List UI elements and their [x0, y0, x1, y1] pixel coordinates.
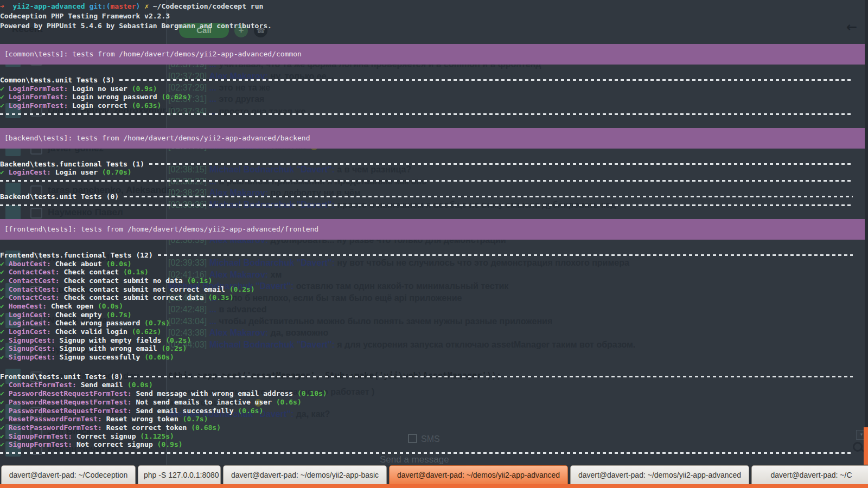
- test-class: SignupCest:: [4, 353, 55, 361]
- test-name: Check about: [51, 260, 106, 268]
- test-class: ContactFormTest:: [4, 381, 76, 389]
- test-class: SignupFormTest:: [4, 440, 72, 448]
- check-icon: ✔: [0, 389, 4, 397]
- test-name: Check empty: [51, 311, 106, 319]
- test-class: ContactCest:: [4, 285, 60, 293]
- test-time: (0.70s): [102, 168, 132, 176]
- check-icon: ✔: [0, 423, 4, 432]
- test-name: Not correct signup: [72, 440, 157, 448]
- test-name: Check wrong password: [51, 319, 144, 327]
- check-icon: ✔: [0, 415, 4, 423]
- test-time: (0.2s): [161, 344, 187, 352]
- terminal-window[interactable]: ➜ yii2-app-advanced git:(master) ✗ ~/Cod…: [0, 0, 868, 466]
- test-time: (0.2s): [229, 285, 255, 293]
- test-time: (0.63s): [132, 101, 162, 110]
- test-time: (0.1s): [187, 277, 212, 285]
- test-time: (0.62s): [161, 93, 191, 101]
- test-class: SignupFormTest:: [4, 432, 72, 440]
- test-result-row: ✔ PasswordResetRequestFormTest: Not send…: [0, 398, 868, 407]
- test-result-row: ✔ ResetPasswordFormTest: Reset wrong tok…: [0, 415, 868, 423]
- test-name: Signup with empty fields: [55, 336, 166, 344]
- shell-prompt: ➜ yii2-app-advanced git:(master) ✗ ~/Cod…: [0, 2, 868, 11]
- suite-group-label: Backend\tests.functional Tests (1): [0, 160, 144, 169]
- test-name: Not send emails to inactive user: [132, 398, 276, 406]
- test-time: (0.6s): [276, 398, 302, 406]
- check-icon: ✔: [0, 260, 4, 268]
- test-class: PasswordResetRequestFormTest:: [4, 407, 132, 415]
- check-icon: ✔: [0, 277, 4, 285]
- test-time: (0.0s): [127, 381, 153, 389]
- test-class: SignupCest:: [4, 344, 55, 352]
- test-result-row: ✔ ContactFormTest: Send email (0.0s): [0, 381, 868, 389]
- test-name: Send email successfully: [132, 407, 238, 415]
- test-result-row: ✔ SignupCest: Signup with wrong email (0…: [0, 344, 868, 353]
- test-result-row: ✔ SignupCest: Signup successfully (0.60s…: [0, 353, 868, 362]
- test-time: (0.7s): [183, 415, 208, 423]
- test-class: LoginFormTest:: [4, 93, 68, 101]
- test-name: Check contact: [60, 268, 123, 276]
- test-class: ContactCest:: [4, 268, 60, 276]
- test-result-row: ✔ LoginCest: Check empty (0.7s): [0, 311, 868, 319]
- check-icon: ✔: [0, 293, 4, 301]
- suite-group-label: Backend\tests.unit Tests (0): [0, 192, 119, 201]
- test-class: LoginFormTest:: [4, 85, 68, 93]
- test-result-row: ✔ LoginCest: Check valid login (0.62s): [0, 328, 868, 336]
- check-icon: ✔: [0, 268, 4, 276]
- dashed-separator: [0, 113, 853, 115]
- test-result-row: ✔ PasswordResetRequestFormTest: Send ema…: [0, 407, 868, 415]
- check-icon: ✔: [0, 302, 4, 310]
- prompt-directory: yii2-app-advanced: [12, 2, 85, 10]
- check-icon: ✔: [0, 407, 4, 415]
- test-result-row: ✔ ContactCest: Check contact submit not …: [0, 285, 868, 294]
- desktop-screen: Recent Call + ☎ Nick PalamarchukOleksii …: [0, 0, 868, 488]
- dash-line: [119, 79, 853, 81]
- test-name: Check valid login: [51, 328, 132, 336]
- test-class: LoginFormTest:: [4, 101, 68, 110]
- test-class: SignupCest:: [4, 336, 55, 344]
- check-icon: ✔: [0, 381, 4, 389]
- test-time: (1.125s): [140, 432, 174, 440]
- check-icon: ✔: [0, 353, 4, 361]
- suite-group-label: Common\tests.unit Tests (3): [0, 76, 114, 85]
- check-icon: ✔: [0, 311, 4, 319]
- test-result-row: ✔ ContactCest: Check contact submit no d…: [0, 277, 868, 285]
- dash-line: [149, 163, 853, 165]
- test-class: ContactCest:: [4, 277, 60, 285]
- test-class: ContactCest:: [4, 293, 60, 301]
- test-class: PasswordResetRequestFormTest:: [4, 389, 132, 397]
- test-result-row: ✔ SignupFormTest: Correct signup (1.125s…: [0, 432, 868, 441]
- suite-group-label: Frontend\tests.unit Tests (8): [0, 373, 123, 381]
- check-icon: ✔: [0, 93, 4, 101]
- test-name: Check contact submit not correct email: [60, 285, 229, 293]
- taskbar-window-button[interactable]: php -S 127.0.0.1:8080: [138, 465, 221, 484]
- check-icon: ✔: [0, 85, 4, 93]
- taskbar-window-button[interactable]: davert@davert-pad: ~/C: [751, 465, 868, 484]
- suite-group-title: Frontend\tests.unit Tests (8): [0, 373, 868, 381]
- test-time: (0.9s): [132, 85, 157, 93]
- test-class: LoginCest:: [4, 311, 51, 319]
- test-result-row: ✔ SignupFormTest: Not correct signup (0.…: [0, 440, 868, 449]
- test-result-row: ✔ ResetPasswordFormTest: Reset correct t…: [0, 423, 868, 432]
- test-result-row: ✔ HomeCest: Check open (0.0s): [0, 302, 868, 311]
- test-time: (0.68s): [191, 423, 221, 432]
- test-time: (0.0s): [98, 302, 123, 310]
- test-name: Signup with wrong email: [55, 344, 162, 352]
- test-class: AboutCest:: [4, 260, 51, 268]
- dash-line: [128, 376, 853, 377]
- check-icon: ✔: [0, 398, 4, 406]
- dashed-separator: [0, 452, 853, 454]
- taskbar-window-button[interactable]: davert@davert-pad: ~/demos/yii2-app-adva…: [389, 465, 568, 484]
- dash-line: [124, 196, 853, 197]
- test-result-row: ✔ LoginCest: Check wrong password (0.7s): [0, 319, 868, 328]
- test-name: Login correct: [68, 101, 131, 110]
- suite-banner: [frontend\tests]: tests from /home/daver…: [0, 219, 865, 240]
- suite-banner: [backend\tests]: tests from /home/davert…: [0, 128, 865, 149]
- taskbar-window-button[interactable]: davert@davert-pad: ~/demos/yii2-app-basi…: [223, 465, 387, 484]
- suite-group-title: Backend\tests.functional Tests (1): [0, 160, 868, 169]
- taskbar-window-button[interactable]: davert@davert-pad: ~/Codeception: [1, 465, 136, 484]
- check-icon: ✔: [0, 440, 4, 448]
- git-branch: master: [111, 2, 136, 10]
- test-name: Check contact submit no data: [60, 277, 187, 285]
- taskbar-window-button[interactable]: davert@davert-pad: ~/demos/yii2-app-adva…: [570, 465, 749, 484]
- test-result-row: ✔ PasswordResetRequestFormTest: Send mes…: [0, 389, 868, 398]
